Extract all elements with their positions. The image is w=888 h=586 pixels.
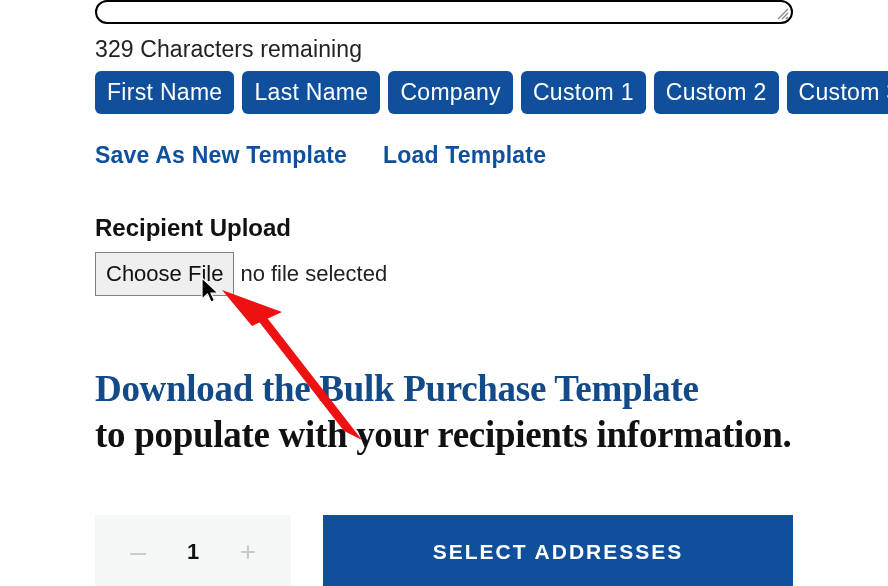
save-as-new-template-link[interactable]: Save As New Template xyxy=(95,142,347,169)
tag-custom-2[interactable]: Custom 2 xyxy=(654,71,779,114)
tag-custom-1[interactable]: Custom 1 xyxy=(521,71,646,114)
char-count-suffix: Characters remaining xyxy=(140,36,362,62)
merge-tags-row: First Name Last Name Company Custom 1 Cu… xyxy=(95,71,793,114)
select-addresses-button[interactable]: SELECT ADDRESSES xyxy=(323,515,793,587)
file-upload-row: Choose File no file selected xyxy=(95,252,793,296)
char-counter: 329 Characters remaining xyxy=(95,36,793,63)
textarea-resize-icon xyxy=(775,6,789,20)
tag-first-name[interactable]: First Name xyxy=(95,71,234,114)
tag-last-name[interactable]: Last Name xyxy=(242,71,380,114)
tag-company[interactable]: Company xyxy=(388,71,513,114)
quantity-input[interactable] xyxy=(163,539,223,565)
template-actions: Save As New Template Load Template xyxy=(95,142,793,169)
download-subtext: to populate with your recipients informa… xyxy=(95,414,791,455)
recipient-upload-heading: Recipient Upload xyxy=(95,214,793,242)
bottom-actions-row: – + SELECT ADDRESSES xyxy=(95,515,793,587)
load-template-link[interactable]: Load Template xyxy=(383,142,546,169)
quantity-decrement-button[interactable]: – xyxy=(113,538,163,566)
tag-custom-3[interactable]: Custom 3 xyxy=(787,71,888,114)
quantity-stepper: – + xyxy=(95,515,291,587)
message-textarea[interactable] xyxy=(95,0,793,24)
quantity-increment-button[interactable]: + xyxy=(223,538,273,566)
download-bulk-template-link[interactable]: Download the Bulk Purchase Template xyxy=(95,368,699,409)
choose-file-button[interactable]: Choose File xyxy=(95,252,234,296)
svg-line-2 xyxy=(786,17,788,19)
char-count-number: 329 xyxy=(95,36,134,62)
file-selection-status: no file selected xyxy=(240,261,387,287)
download-template-block: Download the Bulk Purchase Template to p… xyxy=(95,366,793,459)
